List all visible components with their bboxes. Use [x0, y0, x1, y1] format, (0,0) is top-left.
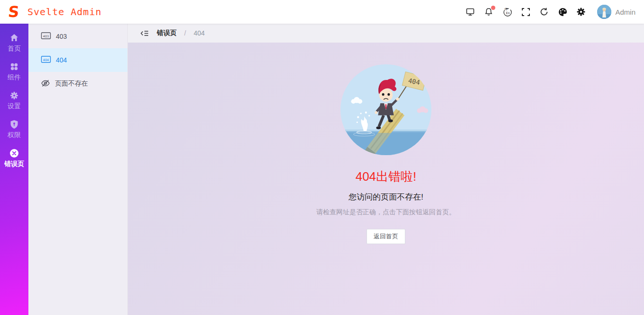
app-title: Svelte Admin [27, 6, 102, 18]
submenu-item-403[interactable]: 403 403 [28, 25, 127, 48]
submenu-item-404[interactable]: 404 404 [28, 48, 127, 72]
sidebar-item-label: 设置 [8, 102, 21, 111]
submenu-item-page-not-found[interactable]: 页面不存在 [28, 72, 127, 96]
notification-bell-icon[interactable] [483, 7, 494, 17]
error-page-icon [9, 149, 19, 158]
settings-gear-icon[interactable] [576, 7, 586, 17]
svelte-logo-icon: S [5, 4, 23, 20]
components-icon [9, 62, 19, 71]
fullscreen-icon[interactable] [520, 7, 531, 17]
svg-text:En: En [506, 11, 510, 15]
page-404-icon: 404 [41, 55, 51, 65]
breadcrumb-separator: / [184, 29, 186, 37]
notification-badge [491, 6, 495, 10]
page-403-icon: 403 [41, 32, 51, 41]
error-hint: 请检查网址是否正确，点击下面按钮返回首页。 [316, 208, 456, 217]
error-subtitle: 您访问的页面不存在! [349, 192, 423, 202]
language-icon[interactable]: 中 En [502, 7, 512, 17]
main-wrap: 首页 组件 [0, 24, 644, 315]
sidebar-item-error-pages[interactable]: 错误页 [0, 144, 28, 173]
svg-text:403: 403 [43, 35, 49, 38]
submenu-item-label: 404 [56, 56, 67, 64]
svg-text:404: 404 [43, 58, 49, 62]
user-menu[interactable]: Admin [597, 5, 635, 19]
submenu-item-label: 403 [56, 33, 67, 40]
submenu-item-label: 页面不存在 [55, 79, 88, 88]
settings-icon [9, 91, 19, 100]
sidebar-item-settings[interactable]: 设置 [0, 86, 28, 115]
home-icon [9, 33, 19, 43]
app-header: S Svelte Admin 中 En [0, 0, 644, 24]
sidebar-item-label: 权限 [8, 131, 21, 140]
secondary-sidebar: 403 403 404 404 页面不存在 [28, 24, 128, 315]
theme-palette-icon[interactable] [557, 7, 568, 17]
main-column: 错误页 / 404 [128, 24, 644, 315]
error-title: 404出错啦! [356, 168, 417, 185]
brand[interactable]: S Svelte Admin [6, 4, 102, 20]
primary-sidebar: 首页 组件 [0, 24, 28, 315]
sidebar-item-label: 组件 [8, 73, 21, 82]
back-home-button[interactable]: 返回首页 [367, 229, 405, 244]
menu-fold-icon[interactable] [140, 29, 149, 37]
monitor-icon[interactable] [465, 7, 475, 17]
breadcrumb-tail: 404 [194, 29, 205, 37]
error-page-content: 404 [128, 43, 644, 315]
eye-invisible-icon [41, 79, 50, 89]
user-avatar [597, 5, 611, 19]
404-illustration: 404 [340, 63, 432, 156]
sidebar-item-home[interactable]: 首页 [0, 28, 28, 57]
sidebar-item-label: 首页 [8, 44, 21, 53]
breadcrumb-current[interactable]: 错误页 [157, 29, 177, 37]
breadcrumb-bar: 错误页 / 404 [128, 24, 644, 43]
sidebar-item-label: 错误页 [4, 160, 24, 168]
refresh-icon[interactable] [539, 7, 549, 17]
sidebar-item-permissions[interactable]: 权限 [0, 115, 28, 144]
header-actions: 中 En [465, 5, 635, 19]
user-name: Admin [615, 8, 635, 16]
permission-shield-icon [10, 120, 18, 129]
sidebar-item-components[interactable]: 组件 [0, 57, 28, 86]
